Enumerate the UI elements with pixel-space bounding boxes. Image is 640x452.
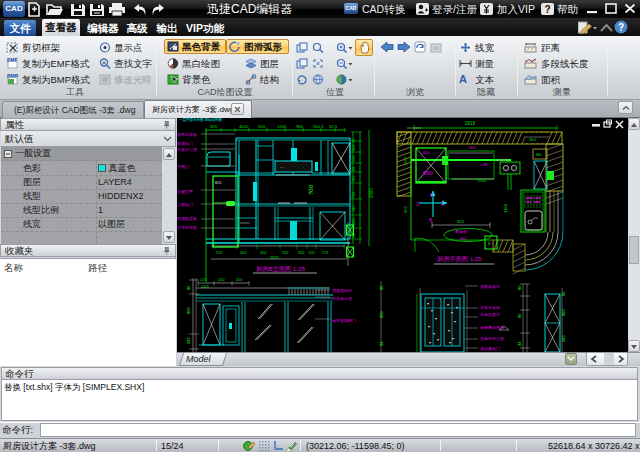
svg-text:?: ?	[618, 22, 624, 33]
svg-text:920: 920	[457, 219, 465, 224]
svg-text:86: 86	[517, 313, 522, 318]
svg-text:550: 550	[258, 124, 266, 129]
svg-text:24: 24	[517, 341, 522, 346]
svg-text:白色乳胶漆: 白色乳胶漆	[480, 312, 500, 317]
svg-text:?: ?	[544, 4, 550, 15]
svg-text:可丽: 可丽	[480, 162, 488, 167]
svg-text:80: 80	[186, 285, 191, 290]
svg-text:250: 250	[352, 156, 356, 162]
svg-text:M6: M6	[536, 153, 541, 157]
svg-text:201: 201	[236, 277, 243, 282]
svg-text:300: 300	[298, 250, 305, 255]
svg-text:顶层石膏板: 顶层石膏板	[177, 132, 197, 137]
svg-text:240: 240	[561, 335, 566, 342]
svg-text:一层平面布置图 原始结构图: 一层平面布置图 原始结构图	[179, 118, 222, 122]
svg-text:400: 400	[240, 250, 247, 255]
svg-text:顶角线刷白: 顶角线刷白	[479, 284, 500, 290]
svg-text:B60: B60	[423, 170, 433, 176]
svg-text:120: 120	[308, 250, 315, 255]
svg-text:24: 24	[379, 341, 384, 346]
svg-text:165: 165	[352, 176, 356, 182]
svg-text:880: 880	[460, 237, 466, 241]
svg-text:450: 450	[260, 250, 267, 255]
svg-text:700: 700	[308, 184, 314, 195]
svg-text:浅色理石台面: 浅色理石台面	[480, 336, 504, 341]
svg-text:顶角线刷白: 顶角线刷白	[331, 288, 352, 294]
svg-text:550.5: 550.5	[313, 124, 324, 129]
svg-text:120: 120	[200, 277, 207, 282]
svg-text:A: A	[102, 60, 106, 66]
svg-text:厨房平面图 1:25: 厨房平面图 1:25	[437, 255, 482, 263]
svg-text:B: B	[429, 217, 433, 223]
svg-text:600: 600	[469, 146, 475, 150]
svg-text:145: 145	[352, 206, 356, 212]
svg-text:钢化玻璃移门: 钢化玻璃移门	[331, 318, 356, 323]
svg-text:360: 360	[529, 137, 537, 142]
svg-text:8: 8	[488, 241, 491, 246]
svg-text:石膏板吊顶: 石膏板吊顶	[332, 296, 352, 301]
svg-text:202: 202	[218, 277, 225, 282]
svg-text:555: 555	[210, 124, 218, 129]
svg-text:1260: 1260	[277, 124, 287, 129]
svg-text:1360: 1360	[403, 156, 408, 166]
svg-text:900: 900	[403, 206, 408, 213]
svg-text:冰箱位置: 冰箱位置	[177, 189, 193, 194]
svg-text:下翻门: 下翻门	[177, 164, 189, 169]
svg-text:240: 240	[186, 337, 191, 344]
svg-text:560: 560	[282, 250, 289, 255]
svg-text:D: D	[430, 192, 434, 198]
svg-text:C: C	[416, 201, 420, 207]
svg-text:860: 860	[186, 307, 191, 314]
svg-text:580: 580	[296, 124, 304, 129]
svg-text:大理石地面: 大理石地面	[177, 225, 197, 230]
svg-text:25: 25	[352, 139, 356, 143]
svg-text:575: 575	[322, 250, 329, 255]
svg-text:750: 750	[352, 192, 356, 198]
svg-text:80: 80	[561, 291, 566, 296]
svg-text:EMF: EMF	[7, 57, 18, 63]
svg-text:1550: 1550	[477, 178, 487, 183]
svg-text:52.5: 52.5	[329, 124, 338, 129]
svg-text:850: 850	[352, 145, 356, 151]
svg-text:4010: 4010	[239, 124, 249, 129]
svg-text:餐桌椅: 餐桌椅	[455, 229, 467, 234]
svg-text:上翻柜门: 上翻柜门	[177, 202, 193, 207]
svg-text:玻璃柜门: 玻璃柜门	[177, 141, 193, 146]
svg-text:BMP: BMP	[7, 73, 19, 79]
svg-text:80: 80	[517, 285, 522, 290]
svg-text:80: 80	[379, 285, 384, 290]
svg-text:成品橱柜门: 成品橱柜门	[480, 346, 500, 351]
svg-text:厨房B立面图 1:25: 厨房B立面图 1:25	[256, 265, 305, 273]
svg-text:防潮板背板: 防潮板背板	[177, 216, 197, 221]
svg-text:860: 860	[561, 309, 566, 316]
svg-text:....: ....	[280, 165, 284, 169]
svg-text:600: 600	[423, 151, 429, 155]
svg-text:2580: 2580	[369, 187, 374, 198]
svg-text:木制吊柜刷: 木制吊柜刷	[479, 305, 500, 311]
svg-text:BCD: BCD	[215, 181, 222, 185]
svg-text:80: 80	[352, 167, 356, 171]
svg-text:.: .	[303, 165, 304, 169]
svg-text:灶台: 灶台	[499, 157, 507, 162]
svg-text:1160: 1160	[503, 203, 508, 213]
svg-text:2875: 2875	[270, 255, 280, 260]
svg-text:555: 555	[216, 250, 223, 255]
svg-text:石英石台面: 石英石台面	[177, 147, 197, 153]
svg-text:860: 860	[379, 311, 384, 318]
svg-text:2425: 2425	[201, 285, 209, 289]
svg-text:2818: 2818	[465, 121, 476, 126]
